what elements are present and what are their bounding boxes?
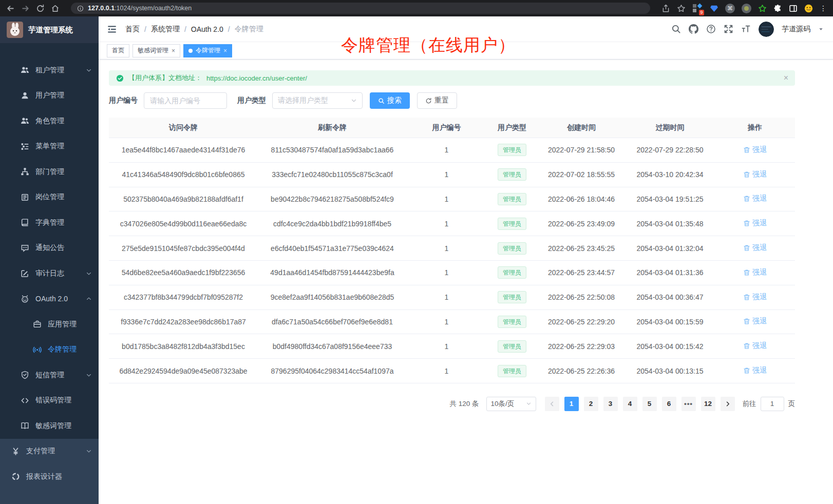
user-avatar[interactable]	[759, 22, 774, 37]
green-star-extension-icon[interactable]	[758, 4, 767, 13]
reset-button[interactable]: 重置	[417, 92, 457, 109]
forward-icon[interactable]	[21, 4, 30, 13]
user-type-cell: 管理员	[486, 168, 538, 181]
page-button[interactable]: 4	[623, 397, 637, 411]
sidebar-item[interactable]: 通知公告	[0, 236, 99, 261]
search-icon[interactable]	[671, 24, 681, 34]
sidebar-item[interactable]: 令牌管理	[0, 337, 99, 363]
sidebar-item[interactable]: 角色管理	[0, 108, 99, 134]
sidebar-item[interactable]: 审计日志	[0, 261, 99, 286]
active-dot	[188, 49, 193, 53]
tag-close-icon[interactable]: ×	[223, 47, 227, 54]
access-cell: c342377bf8b344799dcbf7bf095287f2	[109, 293, 258, 301]
force-logout-button[interactable]: 强退	[743, 317, 767, 326]
user-type-select[interactable]: 请选择用户类型	[272, 92, 363, 109]
page-content: 【用户体系】文档地址： https://doc.iocoder.cn/user-…	[99, 60, 833, 411]
action-cell: 强退	[715, 366, 795, 376]
page-button[interactable]: 2	[584, 397, 598, 411]
page-button[interactable]: 12	[701, 397, 715, 411]
sidebar-item[interactable]: 应用管理	[0, 312, 99, 337]
force-logout-button[interactable]: 强退	[743, 194, 767, 203]
address-bar[interactable]: 127.0.0.1:1024/system/oauth2/token	[71, 3, 650, 14]
caret-down-icon[interactable]	[818, 26, 824, 32]
page-size-select[interactable]: 10条/页	[486, 397, 536, 411]
force-logout-button[interactable]: 强退	[743, 268, 767, 277]
refresh-cell: 9ce8ef2aa9f14056b831ae9b608e28d5	[258, 293, 407, 301]
sidebar-item[interactable]: 支付管理	[0, 439, 99, 464]
sidebar-item[interactable]: 岗位管理	[0, 185, 99, 210]
profile-avatar-icon[interactable]	[804, 4, 813, 13]
app-logo-bar[interactable]: 芋道管理系统	[0, 16, 99, 43]
force-logout-label: 强退	[752, 170, 767, 179]
extensions-icon[interactable]: 9	[692, 3, 703, 14]
share-icon[interactable]	[661, 4, 670, 13]
tag-active[interactable]: 令牌管理×	[183, 44, 232, 57]
page-button[interactable]: 3	[603, 397, 618, 411]
sidebar-item[interactable]: OAuth 2.0	[0, 286, 99, 312]
page-button[interactable]: 1	[564, 397, 579, 411]
alert-close-icon[interactable]: ×	[784, 74, 788, 82]
user-type-badge: 管理员	[498, 340, 526, 353]
column-header: 创建时间	[538, 123, 625, 132]
column-header: 访问令牌	[109, 123, 258, 132]
search-button[interactable]: 搜索	[370, 92, 410, 109]
breadcrumb-item[interactable]: 系统管理	[151, 25, 180, 34]
table-row: 41c41346a548490f9dc8b01c6bfe0865333ecfc7…	[109, 163, 795, 187]
created-cell: 2022-07-29 21:58:50	[538, 146, 625, 154]
sidebar-item[interactable]: 字典管理	[0, 210, 99, 236]
sidebar-item[interactable]: 菜单管理	[0, 134, 99, 160]
page-button[interactable]: 6	[662, 397, 676, 411]
broadcast-icon	[33, 345, 42, 354]
prev-page-button[interactable]	[545, 397, 559, 411]
pie-ring-icon	[11, 472, 20, 481]
force-logout-button[interactable]: 强退	[743, 145, 767, 154]
doc-link[interactable]: https://doc.iocoder.cn/user-center/	[206, 74, 307, 82]
github-icon[interactable]	[689, 24, 698, 34]
record-extension-icon[interactable]	[742, 4, 751, 13]
next-page-button[interactable]	[721, 397, 735, 411]
sidebar-item-label: 支付管理	[26, 447, 55, 456]
chevron-down-icon	[86, 448, 92, 454]
page-button[interactable]: 5	[642, 397, 657, 411]
created-cell: 2022-06-25 23:45:25	[538, 244, 625, 253]
sidebar-item[interactable]: 租户管理	[0, 57, 99, 83]
sidebar-item[interactable]: 短信管理	[0, 362, 99, 388]
sidebar-fold-icon[interactable]	[107, 25, 117, 34]
more-pages-icon[interactable]: •••	[681, 397, 696, 411]
force-logout-button[interactable]: 强退	[743, 293, 767, 302]
help-icon[interactable]	[706, 24, 716, 34]
sidebar-item[interactable]: 用户管理	[0, 83, 99, 109]
user-id-input[interactable]	[144, 92, 227, 109]
sidebar-item[interactable]: 敏感词管理	[0, 413, 99, 439]
force-logout-button[interactable]: 强退	[743, 341, 767, 351]
home-icon[interactable]	[51, 4, 60, 13]
username[interactable]: 芋道源码	[782, 25, 810, 34]
side-panel-icon[interactable]	[789, 4, 798, 13]
browser-menu-icon[interactable]: ⋮	[820, 5, 827, 12]
force-logout-button[interactable]: 强退	[743, 243, 767, 253]
breadcrumb-item[interactable]: OAuth 2.0	[191, 25, 223, 33]
sidebar-item[interactable]: 报表设计器	[0, 464, 99, 490]
created-cell: 2022-07-02 18:55:55	[538, 170, 625, 179]
force-logout-button[interactable]: 强退	[743, 366, 767, 375]
gem-extension-icon[interactable]	[710, 4, 718, 13]
puzzle-extension-icon[interactable]	[773, 4, 782, 13]
rabbit-logo-icon	[7, 22, 23, 38]
site-info-icon[interactable]	[77, 5, 84, 12]
bookmark-star-icon[interactable]	[677, 4, 686, 13]
tag-item[interactable]: 敏感词管理×	[132, 44, 180, 57]
goto-page-input[interactable]	[761, 397, 784, 411]
force-logout-button[interactable]: 强退	[743, 219, 767, 228]
font-size-icon[interactable]	[741, 24, 751, 34]
command-extension-icon[interactable]: ⌘	[725, 4, 735, 13]
back-icon[interactable]	[6, 4, 15, 13]
sidebar-item[interactable]: 错误码管理	[0, 388, 99, 414]
breadcrumb-item[interactable]: 首页	[125, 25, 140, 34]
fullscreen-icon[interactable]	[724, 24, 733, 34]
force-logout-button[interactable]: 强退	[743, 170, 767, 179]
reload-icon[interactable]	[36, 4, 45, 13]
user-type-badge: 管理员	[498, 266, 526, 279]
sidebar-item[interactable]: 部门管理	[0, 159, 99, 185]
tag-close-icon[interactable]: ×	[172, 47, 175, 54]
tag-item[interactable]: 首页	[107, 44, 129, 57]
